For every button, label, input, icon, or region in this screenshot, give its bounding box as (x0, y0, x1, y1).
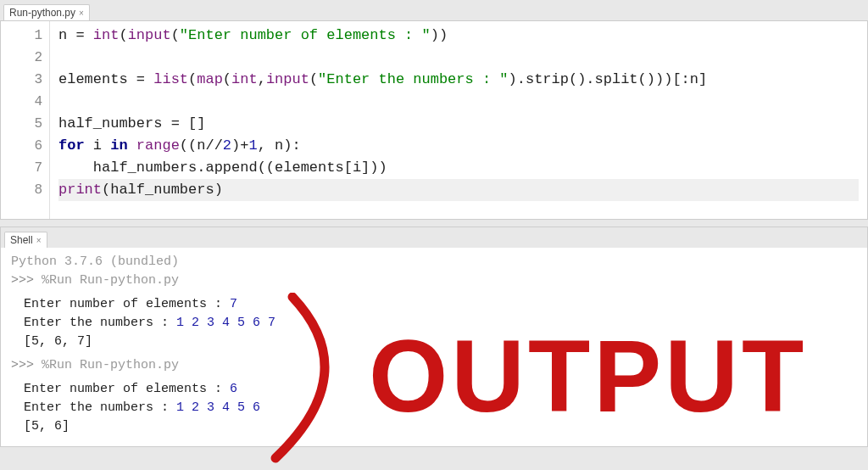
code-token: n (690, 71, 698, 87)
code-token: )+ (231, 137, 248, 154)
code-token: map (197, 71, 223, 87)
code-token: n (58, 27, 75, 43)
shell-output-line: [5, 6, 7] (11, 333, 857, 351)
code-token: half_numbers (58, 115, 171, 131)
code-token: = (136, 71, 145, 87)
code-token: ( (309, 71, 318, 87)
code-token (145, 71, 153, 87)
shell-io-line: Enter the numbers : 1 2 3 4 5 6 7 (11, 314, 857, 333)
shell-io-line: Enter the numbers : 1 2 3 4 5 6 (11, 399, 857, 417)
code-token: [ (344, 159, 353, 176)
line-number: 3 (1, 69, 42, 91)
code-token: split (595, 71, 638, 87)
code-token: )) (431, 27, 448, 43)
code-line[interactable]: elements = list(map(int,input("Enter the… (58, 69, 859, 91)
shell-io-line: Enter number of elements : 6 (11, 380, 857, 399)
code-token: half_numbers. (58, 159, 205, 176)
code-token: ( (119, 27, 127, 43)
shell-tab-label: Shell (10, 234, 33, 246)
code-token: append (205, 159, 257, 176)
code-token: [] (180, 115, 206, 131)
code-token (128, 137, 136, 154)
code-area[interactable]: n = int(input("Enter number of elements … (50, 21, 867, 219)
shell-command-line: >>> %Run Run-python.py (11, 356, 857, 375)
code-line[interactable] (58, 47, 859, 69)
code-token: (( (258, 159, 275, 176)
code-token: int (93, 27, 120, 43)
code-token: half_numbers (110, 182, 214, 198)
code-token: int (231, 71, 258, 87)
code-token: 1 (248, 137, 257, 154)
code-token: "Enter number of elements : " (180, 27, 431, 43)
editor-tab[interactable]: Run-python.py × (3, 4, 90, 20)
code-token: ( (102, 182, 110, 198)
code-token: ( (171, 27, 180, 43)
close-icon[interactable]: × (79, 8, 84, 18)
code-token: strip (526, 71, 569, 87)
code-line[interactable]: half_numbers = [] (58, 113, 859, 135)
shell-output[interactable]: Python 3.7.6 (bundled)>>> %Run Run-pytho… (1, 248, 867, 446)
code-token: i (353, 159, 361, 176)
code-line[interactable] (58, 91, 859, 113)
code-token: ( (223, 71, 231, 87)
splitter[interactable] (0, 220, 868, 227)
code-token: n (275, 137, 283, 154)
code-token: ()))[: (638, 71, 690, 87)
code-token: elements (275, 159, 344, 176)
shell-tabbar: Shell × (1, 227, 867, 248)
line-number: 8 (1, 179, 42, 201)
code-token: ): (283, 137, 300, 154)
shell-output-line: [5, 6] (11, 417, 857, 436)
code-line[interactable]: print(half_numbers) (58, 179, 859, 201)
code-token: , (258, 71, 266, 87)
editor-pane: Run-python.py × 12345678 n = int(input("… (0, 0, 868, 220)
code-token: = (75, 27, 84, 43)
line-number: 4 (1, 91, 42, 113)
shell-version: Python 3.7.6 (bundled) (11, 253, 857, 271)
code-token: , (258, 137, 275, 154)
code-token: input (266, 71, 309, 87)
code-token: i (85, 137, 111, 154)
code-token: in (110, 137, 127, 154)
shell-pane: Shell × Python 3.7.6 (bundled)>>> %Run R… (0, 227, 868, 447)
editor-tabbar: Run-python.py × (0, 0, 868, 20)
code-line[interactable]: n = int(input("Enter number of elements … (58, 25, 859, 47)
code-token: ( (188, 71, 197, 87)
code-token: = (171, 115, 180, 131)
code-token: "Enter the numbers : " (318, 71, 508, 87)
code-editor[interactable]: 12345678 n = int(input("Enter number of … (0, 20, 868, 220)
code-token: (( (180, 137, 197, 154)
shell-tab[interactable]: Shell × (4, 232, 47, 248)
line-number: 5 (1, 113, 42, 135)
shell-command-line: >>> %Run Run-python.py (11, 271, 857, 290)
code-line[interactable]: half_numbers.append((elements[i])) (58, 157, 859, 179)
line-number-gutter: 12345678 (1, 21, 50, 219)
line-number: 7 (1, 157, 42, 179)
code-token: (). (569, 71, 595, 87)
editor-tab-label: Run-python.py (9, 7, 75, 19)
code-token: range (136, 137, 180, 154)
line-number: 2 (1, 47, 42, 69)
code-token: ). (509, 71, 526, 87)
code-token: ) (214, 182, 223, 198)
code-token: print (58, 182, 102, 198)
close-icon[interactable]: × (36, 236, 42, 245)
code-token: input (128, 27, 171, 43)
code-token: // (205, 137, 222, 154)
code-token: elements (58, 71, 136, 87)
code-line[interactable]: for i in range((n//2)+1, n): (58, 135, 859, 157)
line-number: 6 (1, 135, 42, 157)
code-token: list (153, 71, 188, 87)
code-token: ])) (361, 159, 387, 176)
code-token: for (58, 137, 85, 154)
line-number: 1 (1, 25, 42, 47)
code-token: 2 (223, 137, 231, 154)
code-token: ] (698, 71, 707, 87)
code-token: n (197, 137, 205, 154)
shell-io-line: Enter number of elements : 7 (11, 295, 857, 314)
code-token (85, 27, 93, 43)
